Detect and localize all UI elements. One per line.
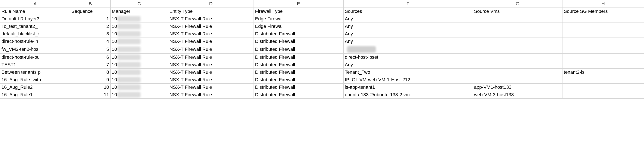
cell-firewall-type[interactable]: Distributed Firewall: [254, 84, 344, 91]
header-rule-name[interactable]: Rule Name: [0, 8, 70, 15]
cell-source-vms[interactable]: [472, 15, 562, 23]
cell-sources[interactable]: Any: [344, 23, 472, 30]
cell-manager[interactable]: 10xxxxxxxx: [110, 61, 168, 69]
cell-sources[interactable]: Any: [344, 61, 472, 69]
cell-entity-type[interactable]: NSX-T Firewall Rule: [168, 38, 254, 45]
cell-firewall-type[interactable]: Edge Firewall: [254, 15, 344, 23]
cell-rule-name[interactable]: default_blacklist_r: [0, 30, 70, 38]
cell-firewall-type[interactable]: Distributed Firewall: [254, 45, 344, 54]
cell-sources[interactable]: direct-host-ipset: [344, 54, 472, 61]
cell-sources[interactable]: Any: [344, 38, 472, 45]
cell-source-sg-members[interactable]: [562, 54, 644, 61]
cell-sequence[interactable]: 4: [70, 38, 110, 45]
cell-entity-type[interactable]: NSX-T Firewall Rule: [168, 91, 254, 99]
cell-source-sg-members[interactable]: [562, 45, 644, 54]
cell-source-vms[interactable]: app-VM1-host133: [472, 84, 562, 91]
cell-manager[interactable]: 10xxxxxxxx: [110, 38, 168, 45]
cell-firewall-type[interactable]: Distributed Firewall: [254, 38, 344, 45]
cell-sources[interactable]: Tenant_Two: [344, 69, 472, 76]
cell-source-vms[interactable]: [472, 23, 562, 30]
cell-source-sg-members[interactable]: [562, 15, 644, 23]
cell-rule-name[interactable]: Default LR Layer3: [0, 15, 70, 23]
cell-sources[interactable]: Any: [344, 15, 472, 23]
cell-sequence[interactable]: 10: [70, 84, 110, 91]
cell-entity-type[interactable]: NSX-T Firewall Rule: [168, 61, 254, 69]
cell-manager[interactable]: 10xxxxxxxx: [110, 84, 168, 91]
cell-entity-type[interactable]: NSX-T Firewall Rule: [168, 30, 254, 38]
cell-rule-name[interactable]: 16_Aug_Rule_with: [0, 76, 70, 84]
cell-sources[interactable]: xxxxx: [344, 45, 472, 54]
spreadsheet-grid[interactable]: A B C D E F G H Rule Name Sequence Manag…: [0, 0, 644, 99]
header-source-vms[interactable]: Source Vms: [472, 8, 562, 15]
cell-source-vms[interactable]: [472, 30, 562, 38]
cell-entity-type[interactable]: NSX-T Firewall Rule: [168, 54, 254, 61]
cell-firewall-type[interactable]: Distributed Firewall: [254, 30, 344, 38]
cell-source-sg-members[interactable]: [562, 76, 644, 84]
col-header-f[interactable]: F: [344, 0, 472, 8]
cell-firewall-type[interactable]: Edge Firewall: [254, 23, 344, 30]
cell-manager[interactable]: 10xxxxxxxx: [110, 30, 168, 38]
cell-rule-name[interactable]: direct-host-rule-in: [0, 38, 70, 45]
col-header-a[interactable]: A: [0, 0, 70, 8]
cell-manager[interactable]: 10xxxxxxxx: [110, 69, 168, 76]
cell-manager[interactable]: 10xxxxxxxx: [110, 15, 168, 23]
cell-sequence[interactable]: 8: [70, 69, 110, 76]
cell-entity-type[interactable]: NSX-T Firewall Rule: [168, 15, 254, 23]
header-sources[interactable]: Sources: [344, 8, 472, 15]
cell-rule-name[interactable]: 16_Aug_Rule1: [0, 91, 70, 99]
header-manager[interactable]: Manager: [110, 8, 168, 15]
cell-manager[interactable]: 10xxxxxxxx: [110, 45, 168, 54]
cell-sources[interactable]: Any: [344, 30, 472, 38]
cell-sequence[interactable]: 3: [70, 30, 110, 38]
col-header-h[interactable]: H: [562, 0, 644, 8]
cell-rule-name[interactable]: fw_VM2-ten2-hos: [0, 45, 70, 54]
cell-rule-name[interactable]: TEST1: [0, 61, 70, 69]
cell-rule-name[interactable]: direct-host-rule-ou: [0, 54, 70, 61]
col-header-e[interactable]: E: [254, 0, 344, 8]
cell-source-sg-members[interactable]: [562, 23, 644, 30]
cell-rule-name[interactable]: To_test_tenant2_: [0, 23, 70, 30]
cell-source-sg-members[interactable]: [562, 30, 644, 38]
cell-firewall-type[interactable]: Distributed Firewall: [254, 69, 344, 76]
cell-source-sg-members[interactable]: [562, 84, 644, 91]
cell-manager[interactable]: 10xxxxxxxx: [110, 54, 168, 61]
cell-source-vms[interactable]: [472, 69, 562, 76]
header-source-sg-members[interactable]: Source SG Members: [562, 8, 644, 15]
cell-manager[interactable]: 10xxxxxxxx: [110, 91, 168, 99]
cell-sequence[interactable]: 2: [70, 23, 110, 30]
cell-firewall-type[interactable]: Distributed Firewall: [254, 76, 344, 84]
cell-firewall-type[interactable]: Distributed Firewall: [254, 54, 344, 61]
cell-source-vms[interactable]: [472, 76, 562, 84]
cell-source-sg-members[interactable]: [562, 38, 644, 45]
cell-source-vms[interactable]: [472, 38, 562, 45]
cell-entity-type[interactable]: NSX-T Firewall Rule: [168, 76, 254, 84]
cell-entity-type[interactable]: NSX-T Firewall Rule: [168, 45, 254, 54]
cell-sequence[interactable]: 11: [70, 91, 110, 99]
cell-entity-type[interactable]: NSX-T Firewall Rule: [168, 84, 254, 91]
cell-source-vms[interactable]: web-VM-3-host133: [472, 91, 562, 99]
col-header-b[interactable]: B: [70, 0, 110, 8]
cell-sources[interactable]: ls-app-tenant1: [344, 84, 472, 91]
header-sequence[interactable]: Sequence: [70, 8, 110, 15]
cell-source-vms[interactable]: [472, 54, 562, 61]
cell-sequence[interactable]: 5: [70, 45, 110, 54]
cell-manager[interactable]: 10xxxxxxxx: [110, 76, 168, 84]
cell-sequence[interactable]: 9: [70, 76, 110, 84]
cell-sources[interactable]: IP_Of_VM-web-VM-1-Host-212: [344, 76, 472, 84]
cell-source-sg-members[interactable]: [562, 91, 644, 99]
header-entity-type[interactable]: Entity Type: [168, 8, 254, 15]
col-header-g[interactable]: G: [472, 0, 562, 8]
col-header-c[interactable]: C: [110, 0, 168, 8]
cell-entity-type[interactable]: NSX-T Firewall Rule: [168, 23, 254, 30]
cell-entity-type[interactable]: NSX-T Firewall Rule: [168, 69, 254, 76]
header-firewall-type[interactable]: Firewall Type: [254, 8, 344, 15]
cell-rule-name[interactable]: Between tenants p: [0, 69, 70, 76]
cell-source-vms[interactable]: [472, 61, 562, 69]
cell-firewall-type[interactable]: Distributed Firewall: [254, 61, 344, 69]
cell-source-vms[interactable]: [472, 45, 562, 54]
cell-firewall-type[interactable]: Distributed Firewall: [254, 91, 344, 99]
cell-source-sg-members[interactable]: tenant2-ls: [562, 69, 644, 76]
cell-sequence[interactable]: 1: [70, 15, 110, 23]
cell-sequence[interactable]: 6: [70, 54, 110, 61]
cell-sequence[interactable]: 7: [70, 61, 110, 69]
